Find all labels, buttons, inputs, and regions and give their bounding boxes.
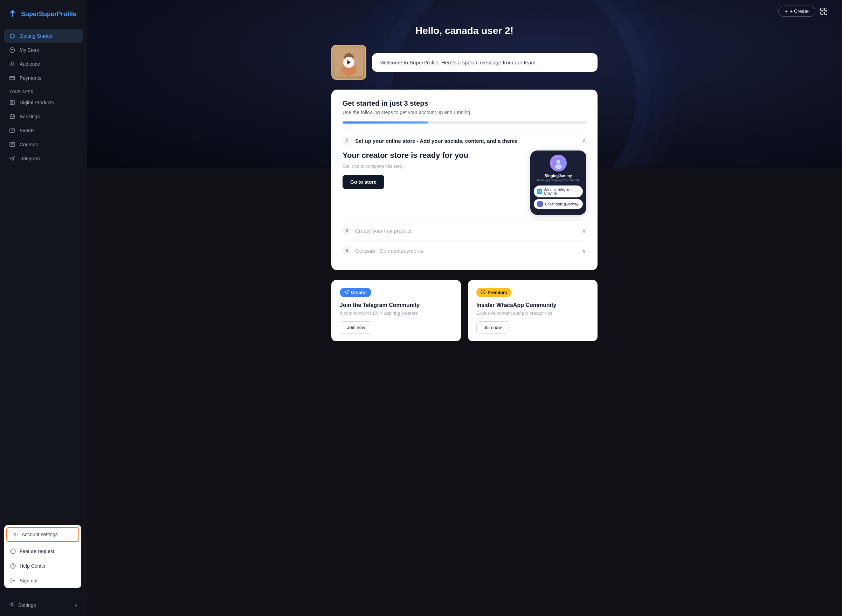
sign-out-icon	[10, 578, 16, 584]
community-cards: Creator Join the Telegram Community A co…	[331, 280, 598, 341]
grid-icon	[820, 7, 828, 15]
telegram-community-card: Creator Join the Telegram Community A co…	[331, 280, 461, 341]
settings-icon	[9, 602, 15, 608]
premium-badge: Premium	[476, 288, 511, 297]
svg-point-22	[556, 160, 560, 164]
play-button[interactable]	[343, 57, 354, 68]
progress-fill	[342, 122, 428, 123]
help-center-icon	[10, 563, 16, 569]
audience-icon	[9, 61, 15, 67]
game-btn-icon: 🎮	[537, 201, 543, 207]
logo: SuperSuperProfile	[0, 0, 87, 26]
create-button[interactable]: + + Create	[778, 6, 816, 17]
digital-products-icon	[9, 100, 15, 106]
dropdown-help-center[interactable]: Help Center	[4, 559, 81, 573]
sidebar-item-payments[interactable]: Payments	[4, 71, 83, 85]
sidebar-item-audience[interactable]: Audience	[4, 57, 83, 71]
telegram-card-title: Join the Telegram Community	[340, 302, 453, 308]
telegram-join-button[interactable]: Join now	[340, 321, 372, 334]
events-icon	[9, 128, 15, 134]
sidebar-item-bookings[interactable]: Bookings	[4, 110, 83, 123]
welcome-video-thumbnail[interactable]	[331, 45, 366, 80]
step-1-content-desc: Set it up to complete this step	[342, 163, 522, 169]
step-2-row: 2 Create your first product ∨	[342, 220, 586, 241]
dropdown-sign-out[interactable]: Sign out	[4, 573, 81, 588]
svg-rect-3	[10, 76, 15, 80]
telegram-icon	[9, 155, 15, 162]
steps-title: Get started in just 3 steps	[342, 100, 586, 107]
step-2-chevron-icon: ∨	[582, 227, 586, 235]
svg-rect-17	[824, 12, 827, 14]
whatsapp-card-desc: Exclusive content and pro creator tips	[476, 311, 589, 316]
phone-btn-1: Join my Telegram Channel	[534, 185, 583, 197]
welcome-message: Welcome to SuperProfile. Here's a specia…	[372, 53, 598, 72]
telegram-btn-icon	[537, 189, 542, 194]
welcome-bar: Welcome to SuperProfile. Here's a specia…	[331, 45, 598, 80]
step-2-label: Create your first product	[355, 228, 411, 234]
payments-icon	[9, 75, 15, 81]
creator-badge: Creator	[340, 288, 371, 297]
step-3-header[interactable]: 3 Get paid - Connect payments ∨	[342, 246, 586, 255]
your-apps-label: YOUR APPS	[4, 85, 83, 96]
create-icon: +	[785, 9, 788, 14]
step-1-label: Set up your online store - Add your soci…	[355, 138, 518, 144]
step-3-chevron-icon: ∨	[582, 247, 586, 254]
svg-rect-7	[10, 142, 15, 146]
telegram-card-desc: A community of 10K+ aspiring creators	[340, 311, 453, 316]
sidebar-nav: Getting Started My Store Audience Paymen…	[0, 26, 87, 594]
phone-btn-2: 🎮 Cheat code giveaway	[534, 199, 583, 209]
step-1-number: 1	[342, 136, 351, 145]
dropdown-feature-request[interactable]: Feature request	[4, 544, 81, 559]
sidebar-item-getting-started[interactable]: Getting Started	[4, 29, 83, 43]
getting-started-icon	[9, 33, 15, 39]
svg-point-10	[14, 534, 16, 535]
phone-name: SingingJammy	[534, 174, 583, 178]
sidebar-item-courses[interactable]: Courses	[4, 138, 83, 151]
topbar: + + Create	[101, 0, 828, 22]
svg-rect-14	[821, 8, 823, 10]
store-icon	[9, 47, 15, 53]
sidebar-item-events[interactable]: Events	[4, 124, 83, 137]
step-1-chevron-icon: ∧	[582, 137, 586, 145]
step-1-row: 1 Set up your online store - Add your so…	[342, 131, 586, 220]
sidebar-item-digital-products[interactable]: Digital Products	[4, 96, 83, 109]
steps-subtitle: Use the following steps to get your acco…	[342, 110, 586, 115]
whatsapp-community-card: Premium Insider WhatsApp Community Exclu…	[468, 280, 598, 341]
courses-icon	[9, 141, 15, 148]
grid-view-button[interactable]	[820, 7, 828, 15]
sidebar-item-telegram[interactable]: Telegram	[4, 152, 83, 165]
whatsapp-join-button[interactable]: Join now	[476, 321, 509, 334]
sidebar-item-settings[interactable]: Settings ∨	[4, 598, 83, 612]
play-icon	[347, 60, 351, 65]
step-3-row: 3 Get paid - Connect payments ∨	[342, 241, 586, 260]
step-2-number: 2	[342, 226, 351, 235]
step-1-header[interactable]: 1 Set up your online store - Add your so…	[342, 136, 586, 145]
whatsapp-badge-icon	[481, 289, 485, 295]
page-title: Hello, canada user 2!	[101, 25, 828, 37]
sidebar: SuperSuperProfile Getting Started My Sto…	[0, 0, 87, 616]
whatsapp-card-title: Insider WhatsApp Community	[476, 302, 589, 308]
sidebar-bottom: Settings ∨	[0, 594, 87, 616]
svg-rect-15	[824, 8, 827, 10]
step-1-content-title: Your creator store is ready for you	[342, 151, 522, 161]
sidebar-item-my-store[interactable]: My Store	[4, 43, 83, 57]
step-1-content: Your creator store is ready for you Set …	[342, 151, 586, 215]
account-settings-icon	[12, 531, 18, 538]
svg-point-9	[11, 604, 13, 606]
step-2-header[interactable]: 2 Create your first product ∨	[342, 226, 586, 235]
step-3-number: 3	[342, 246, 351, 255]
svg-rect-6	[10, 129, 15, 132]
svg-point-1	[10, 48, 15, 53]
account-dropdown: Account settings Feature request Help Ce…	[4, 525, 81, 588]
settings-chevron-icon: ∨	[74, 602, 78, 608]
svg-point-12	[10, 563, 15, 568]
logo-label: SuperProfile	[39, 10, 76, 18]
step-3-label: Get paid - Connect payments	[355, 248, 423, 254]
svg-point-8	[12, 144, 13, 145]
svg-point-2	[11, 62, 13, 64]
go-to-store-button[interactable]: Go to store	[342, 175, 384, 189]
dropdown-account-settings[interactable]: Account settings	[6, 527, 79, 542]
svg-point-0	[10, 34, 14, 38]
phone-subtitle: Gaming | Singing | Community	[534, 179, 583, 182]
steps-card: Get started in just 3 steps Use the foll…	[331, 89, 598, 270]
